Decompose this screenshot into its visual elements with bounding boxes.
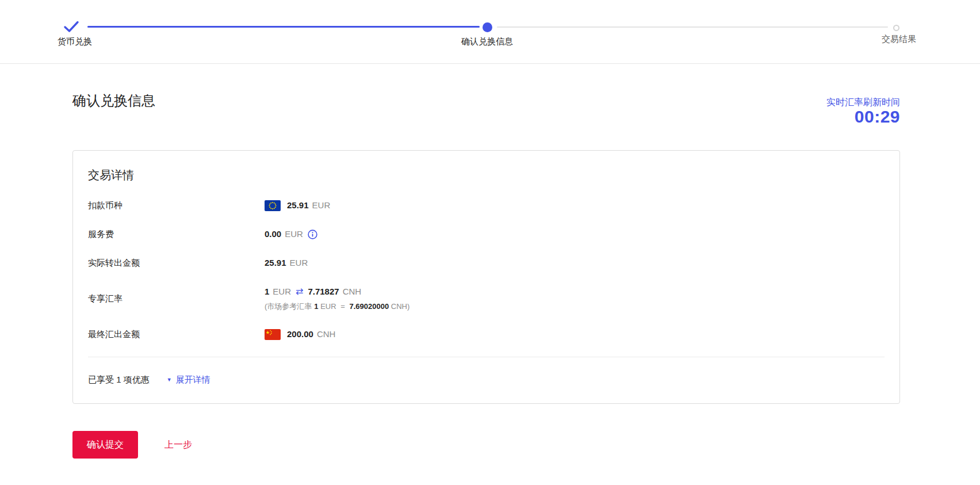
- rate-refresh-timer: 实时汇率刷新时间 00:29: [826, 97, 900, 126]
- stepper-connector-idle: [497, 26, 888, 28]
- stepper-connector-active: [87, 26, 480, 28]
- row-value: 25.91 EUR: [265, 257, 308, 269]
- rate-base-amount: 1: [265, 285, 269, 298]
- step-label-confirm-info: 确认兑换信息: [461, 36, 513, 47]
- swap-arrows-icon: ⇄: [296, 285, 303, 298]
- row-value: 200.00 CNH: [265, 328, 335, 341]
- card-title: 交易详情: [88, 167, 885, 183]
- row-value: 25.91 EUR: [265, 199, 330, 212]
- row-final-remit-amount: 最终汇出金额 200.00 CNH: [88, 328, 885, 341]
- expand-details-label: 展开详情: [176, 373, 210, 386]
- promotion-text: 已享受 1 项优惠: [88, 373, 150, 386]
- step-label-currency-exchange: 货币兑换: [58, 36, 92, 47]
- rate-quote-currency: CNH: [343, 285, 362, 298]
- row-label: 专享汇率: [88, 292, 265, 305]
- main-content: 确认兑换信息 实时汇率刷新时间 00:29 交易详情 扣款币种: [0, 64, 980, 459]
- info-icon[interactable]: [308, 230, 317, 239]
- action-bar: 确认提交 上一步: [72, 431, 900, 459]
- market-reference-rate: (市场参考汇率1 EUR = 7.69020000 CNH): [265, 301, 412, 312]
- page-title: 确认兑换信息: [72, 91, 155, 110]
- step-upcoming-circle: [893, 25, 899, 31]
- market-equals: =: [340, 302, 345, 311]
- remit-amount: 200.00: [287, 328, 313, 341]
- transfer-amount: 25.91: [265, 257, 286, 269]
- transaction-detail-card: 交易详情 扣款币种 25.91 EUR 服务费: [72, 150, 900, 404]
- promotion-row: 已享受 1 项优惠 ▼ 展开详情: [88, 373, 885, 386]
- previous-step-link[interactable]: 上一步: [164, 439, 192, 451]
- expand-details-link[interactable]: ▼ 展开详情: [167, 373, 210, 386]
- row-label: 最终汇出金额: [88, 328, 265, 341]
- market-base-currency: EUR: [320, 302, 336, 311]
- rate-base-currency: EUR: [273, 285, 291, 298]
- row-service-fee: 服务费 0.00 EUR: [88, 228, 885, 240]
- confirm-submit-button[interactable]: 确认提交: [72, 431, 138, 459]
- market-prefix: (市场参考汇率: [265, 302, 312, 311]
- row-label: 扣款币种: [88, 199, 265, 212]
- rate-quote-amount: 7.71827: [308, 285, 339, 298]
- row-actual-transfer-amount: 实际转出金额 25.91 EUR: [88, 257, 885, 269]
- eu-flag-icon: [265, 200, 281, 211]
- chevron-down-icon: ▼: [167, 373, 172, 386]
- page-header: 确认兑换信息 实时汇率刷新时间 00:29: [72, 91, 900, 126]
- step-current-dot: [483, 22, 492, 32]
- step-completed-check-icon: [63, 20, 79, 35]
- row-exchange-rate: 专享汇率 1 EUR ⇄ 7.71827 CNH (市场参考汇率1 EUR = …: [88, 285, 885, 312]
- market-base-amount: 1: [314, 302, 318, 311]
- rate-line: 1 EUR ⇄ 7.71827 CNH: [265, 285, 412, 298]
- market-quote-amount: 7.69020000: [350, 302, 389, 311]
- timer-countdown: 00:29: [826, 108, 900, 126]
- transfer-currency-code: EUR: [290, 257, 308, 269]
- row-deduction-currency: 扣款币种 25.91 EUR: [88, 199, 885, 212]
- row-label: 服务费: [88, 228, 265, 240]
- row-value: 0.00 EUR: [265, 228, 317, 240]
- timer-label: 实时汇率刷新时间: [826, 97, 900, 108]
- service-fee-amount: 0.00: [265, 228, 281, 240]
- card-divider: [88, 357, 885, 357]
- market-quote-suffix: CNH): [391, 302, 410, 311]
- rate-block: 1 EUR ⇄ 7.71827 CNH (市场参考汇率1 EUR = 7.690…: [265, 285, 412, 312]
- deduction-currency-code: EUR: [312, 199, 331, 212]
- cn-flag-icon: [265, 329, 281, 340]
- row-label: 实际转出金额: [88, 257, 265, 269]
- stepper: 货币兑换 确认兑换信息 交易结果: [0, 0, 980, 64]
- remit-currency-code: CNH: [317, 328, 336, 341]
- step-label-transaction-result: 交易结果: [882, 34, 916, 45]
- service-fee-currency-code: EUR: [285, 228, 303, 240]
- deduction-amount: 25.91: [287, 199, 309, 212]
